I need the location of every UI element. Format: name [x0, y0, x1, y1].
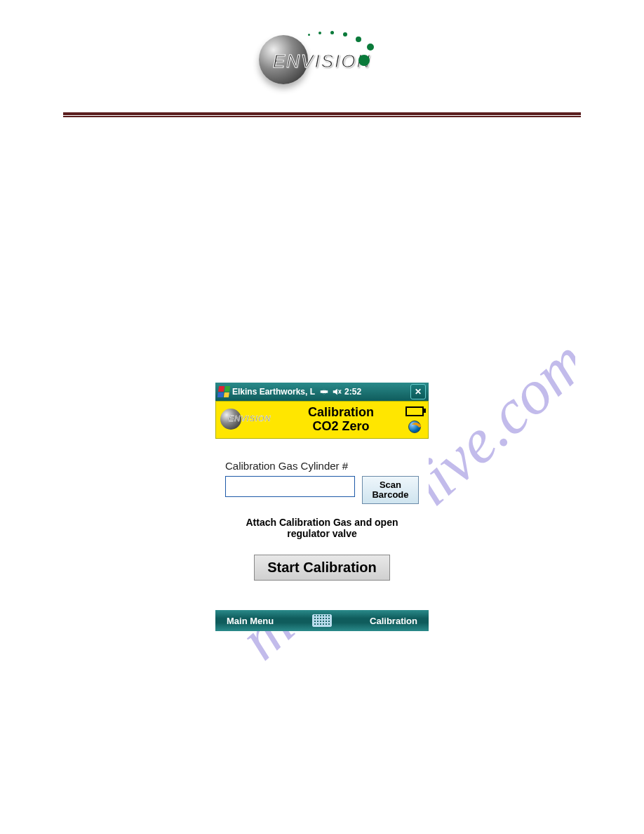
app-header: ENVISION Calibration CO2 Zero: [215, 401, 429, 439]
scan-barcode-label: Scan Barcode: [372, 480, 408, 501]
close-button[interactable]: ✕: [410, 384, 426, 399]
app-screenshot: Elkins Earthworks, L 2:52 ✕ ENVISION Cal…: [215, 383, 429, 631]
sync-icon[interactable]: [408, 421, 421, 433]
divider: [63, 112, 581, 116]
header-line1: Calibration: [281, 406, 401, 420]
instruction-text: Attach Calibration Gas and open regulato…: [225, 517, 419, 539]
connectivity-icon[interactable]: [319, 387, 329, 397]
window-titlebar: Elkins Earthworks, L 2:52 ✕: [215, 383, 429, 401]
scan-barcode-button[interactable]: Scan Barcode: [362, 476, 419, 504]
header-line2: CO2 Zero: [281, 420, 401, 434]
battery-icon: [405, 406, 424, 416]
start-calibration-button[interactable]: Start Calibration: [254, 555, 390, 581]
window-title: Elkins Earthworks, L: [232, 387, 315, 397]
volume-icon[interactable]: [332, 387, 342, 397]
calibration-menu-button[interactable]: Calibration: [370, 616, 417, 626]
app-logo: ENVISION: [220, 407, 276, 432]
start-calibration-label: Start Calibration: [267, 560, 377, 575]
clock: 2:52: [344, 387, 361, 397]
start-icon[interactable]: [217, 386, 230, 397]
bottom-bar: Main Menu Calibration: [215, 610, 429, 631]
cylinder-input[interactable]: [225, 476, 355, 497]
cylinder-label: Calibration Gas Cylinder #: [225, 460, 419, 472]
keyboard-icon[interactable]: [312, 614, 332, 627]
main-menu-button[interactable]: Main Menu: [227, 616, 274, 626]
logo-text: ENVISION: [273, 51, 371, 72]
envision-logo: ENVISION: [252, 28, 392, 91]
